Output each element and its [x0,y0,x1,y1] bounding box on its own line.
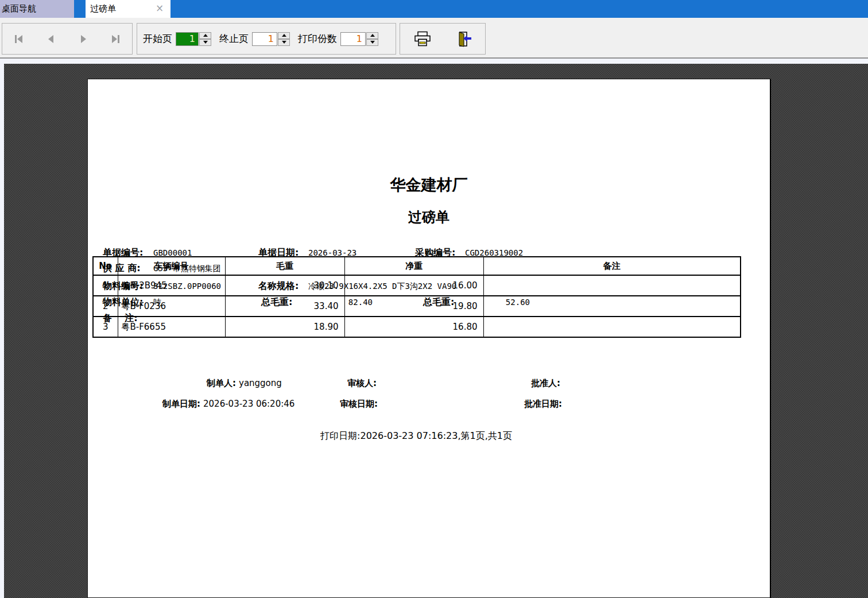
start-page-input[interactable]: 1 [176,32,199,46]
nav-first-button[interactable] [7,28,30,51]
spin-down-icon [370,41,375,44]
copies-label: 打印份数 [298,32,337,45]
cell-remark [483,296,741,317]
doc-type-title: 过磅单 [88,208,770,226]
approve-date-field: 批准日期: [524,399,565,410]
copies-spinner [366,32,378,46]
tab-weighbridge[interactable]: 过磅单 × [86,0,170,18]
cell-net: 16.00 [344,275,483,296]
end-page-input[interactable]: 1 [252,32,277,46]
nav-last-button[interactable] [104,28,127,51]
cell-no: 1 [93,275,118,296]
table-header-row: No 车辆编号 毛重 净重 备注 [93,257,741,275]
copies-spin-up[interactable] [366,32,378,39]
cell-no: 3 [93,317,118,337]
end-page-label: 终止页 [219,32,249,45]
cell-vehicle: 粤B-2B945 [118,275,225,296]
cell-remark [483,275,741,296]
nav-next-button[interactable] [72,28,95,51]
actions-panel [400,23,486,55]
nav-prev-button[interactable] [40,28,63,51]
audit-date-field: 审核日期: [340,399,381,410]
approver-label: 批准人: [531,378,560,388]
tab-close-icon[interactable]: × [154,3,165,13]
cell-net: 19.80 [344,296,483,317]
spin-up-icon [282,34,286,37]
table-row: 2 粤B-F0236 33.40 19.80 [93,296,741,317]
auditor-label: 审核人: [347,378,377,388]
start-page-label: 开始页 [143,32,172,45]
spin-up-icon [370,34,375,37]
cell-gross: 30.10 [225,275,344,296]
make-date-label: 制单日期: [162,399,200,409]
print-button[interactable] [410,27,435,51]
exit-button[interactable] [450,27,475,51]
cell-vehicle: 粤B-F0236 [118,296,225,317]
last-page-icon [112,35,117,43]
col-no: No [93,257,118,275]
tab-desktop-nav[interactable]: 桌面导航 [0,0,74,18]
table-row: 3 粤B-F6655 18.90 16.80 [93,317,741,337]
col-net: 净重 [344,257,483,275]
exit-door-icon [454,31,472,47]
page-range-panel: 开始页 1 终止页 1 打印份数 1 [137,23,396,55]
maker-field: 制单人:yanggong [207,378,282,389]
spin-down-icon [203,41,208,44]
audit-date-label: 审核日期: [340,399,378,409]
col-remark: 备注 [483,257,741,275]
approve-date-label: 批准日期: [524,399,562,409]
make-date-field: 制单日期:2026-03-23 06:20:46 [162,399,294,410]
col-vehicle: 车辆编号 [118,257,225,275]
printer-icon [413,31,432,47]
copies-spin-down[interactable] [366,39,378,46]
table-row: 1 粤B-2B945 30.10 16.00 [93,275,741,296]
tab-weighbridge-label: 过磅单 [90,3,116,14]
weigh-table: No 车辆编号 毛重 净重 备注 1 粤B-2B945 30.10 16.00 … [92,256,741,338]
start-page-spinner [199,32,211,46]
cell-vehicle: 粤B-F6655 [118,317,225,337]
next-page-icon [81,35,86,43]
cell-no: 2 [93,296,118,317]
toolbar: 开始页 1 终止页 1 打印份数 1 [0,18,868,57]
document-page: 华金建材厂 过磅单 单据编号: GBD00001 单据日期: 2026-03-2… [87,79,771,598]
prev-page-icon [48,35,53,43]
maker-value: yanggong [239,378,282,388]
spin-down-icon [282,41,286,44]
spin-up-icon [203,34,208,37]
end-page-spin-up[interactable] [278,32,290,39]
tab-bar: 桌面导航 过磅单 × [0,0,868,18]
tab-desktop-nav-label: 桌面导航 [2,3,36,14]
approver-field: 批准人: [531,378,563,389]
cell-remark [483,317,741,337]
maker-label: 制单人: [207,378,236,388]
page-nav-panel [2,23,133,55]
col-gross: 毛重 [225,257,344,275]
print-date-line: 打印日期:2026-03-23 07:16:23,第1页,共1页 [92,430,740,442]
first-page-icon [15,35,17,43]
cell-gross: 33.40 [225,296,344,317]
company-title: 华金建材厂 [88,175,770,195]
end-page-spin-down[interactable] [278,39,290,46]
app-window: 桌面导航 过磅单 × 开始页 1 [0,0,868,598]
cell-gross: 18.90 [225,317,344,337]
copies-input[interactable]: 1 [340,32,366,46]
auditor-field: 审核人: [347,378,379,389]
start-page-spin-up[interactable] [199,32,211,39]
make-date-value: 2026-03-23 06:20:46 [203,399,294,409]
start-page-spin-down[interactable] [199,39,211,46]
end-page-spinner [278,32,290,46]
cell-net: 16.80 [344,317,483,337]
